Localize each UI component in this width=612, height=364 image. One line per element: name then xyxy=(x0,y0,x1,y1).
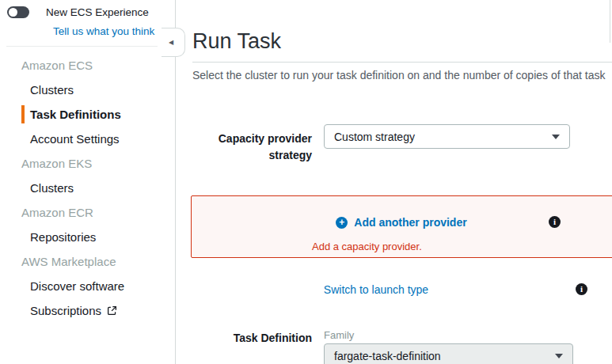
sidebar: New ECS Experience Tell us what you thin… xyxy=(0,0,176,364)
toggle-knob-icon xyxy=(9,8,17,17)
select-value: Custom strategy xyxy=(334,131,415,143)
sidebar-divider xyxy=(6,46,158,47)
error-message: Add a capacity provider. xyxy=(192,241,612,252)
sidebar-item-label: Repositories xyxy=(30,230,96,244)
sidebar-item-eks-clusters[interactable]: Clusters xyxy=(0,176,175,200)
add-another-provider-label: Add another provider xyxy=(354,216,466,229)
capacity-provider-row: Capacity provider strategy Custom strate… xyxy=(192,124,612,164)
page-title: Run Task xyxy=(192,28,612,55)
family-label: Family xyxy=(324,329,573,341)
sidebar-item-label: Account Settings xyxy=(30,132,120,146)
switch-to-launch-type-link[interactable]: Switch to launch type xyxy=(324,283,428,296)
sidebar-item-label: Clusters xyxy=(30,83,74,97)
active-indicator xyxy=(21,105,25,123)
plus-icon: + xyxy=(336,217,348,229)
section-header-aws-marketplace: AWS Marketplace xyxy=(0,249,175,274)
page-description: Select the cluster to run your task defi… xyxy=(192,69,612,82)
sidebar-item-ecs-clusters[interactable]: Clusters xyxy=(0,78,175,102)
panel-edge-line xyxy=(610,0,610,43)
capacity-provider-strategy-select[interactable]: Custom strategy xyxy=(324,124,570,149)
sidebar-item-label: Task Definitions xyxy=(30,108,121,121)
task-definition-row: Task Definition Family fargate-task-defi… xyxy=(192,329,612,364)
title-divider xyxy=(192,62,612,63)
section-header-amazon-ecs: Amazon ECS xyxy=(0,53,175,78)
sidebar-item-subscriptions[interactable]: Subscriptions xyxy=(0,298,175,323)
section-header-amazon-ecr: Amazon ECR xyxy=(0,200,175,225)
feedback-link[interactable]: Tell us what you think xyxy=(53,25,175,37)
external-link-icon xyxy=(107,305,117,316)
family-select[interactable]: fargate-task-definition xyxy=(324,343,573,364)
info-icon[interactable]: i xyxy=(576,283,587,295)
capacity-provider-error-box: + Add another provider i Add a capacity … xyxy=(191,195,612,258)
sidebar-item-repositories[interactable]: Repositories xyxy=(0,225,175,249)
task-definition-label: Task Definition xyxy=(192,329,312,364)
sidebar-collapse-button[interactable]: ◀ xyxy=(162,28,185,57)
info-icon[interactable]: i xyxy=(549,216,561,228)
add-another-provider-button[interactable]: + Add another provider xyxy=(336,216,466,229)
switch-row: Switch to launch type i xyxy=(191,282,561,297)
sidebar-item-label: Subscriptions xyxy=(30,304,101,317)
ecs-console: New ECS Experience Tell us what you thin… xyxy=(0,0,612,364)
collapse-arrow-icon: ◀ xyxy=(169,40,173,46)
new-ecs-experience-toggle[interactable] xyxy=(7,6,29,18)
sidebar-item-label: Clusters xyxy=(30,181,74,195)
main-content: Run Task Select the cluster to run your … xyxy=(176,0,612,364)
sidebar-item-account-settings[interactable]: Account Settings xyxy=(0,127,175,151)
sidebar-item-label: Discover software xyxy=(30,279,124,293)
sidebar-item-task-definitions[interactable]: Task Definitions xyxy=(0,102,175,127)
new-ecs-experience-row: New ECS Experience xyxy=(0,0,175,18)
section-header-amazon-eks: Amazon EKS xyxy=(0,151,175,176)
chevron-down-icon xyxy=(552,135,560,139)
sidebar-item-discover-software[interactable]: Discover software xyxy=(0,274,175,298)
capacity-provider-strategy-label: Capacity provider strategy xyxy=(192,124,312,164)
new-ecs-experience-label: New ECS Experience xyxy=(46,6,149,18)
chevron-down-icon xyxy=(555,354,563,358)
sidebar-nav: Amazon ECS Clusters Task Definitions Acc… xyxy=(0,53,175,323)
select-value: fargate-task-definition xyxy=(334,350,441,362)
